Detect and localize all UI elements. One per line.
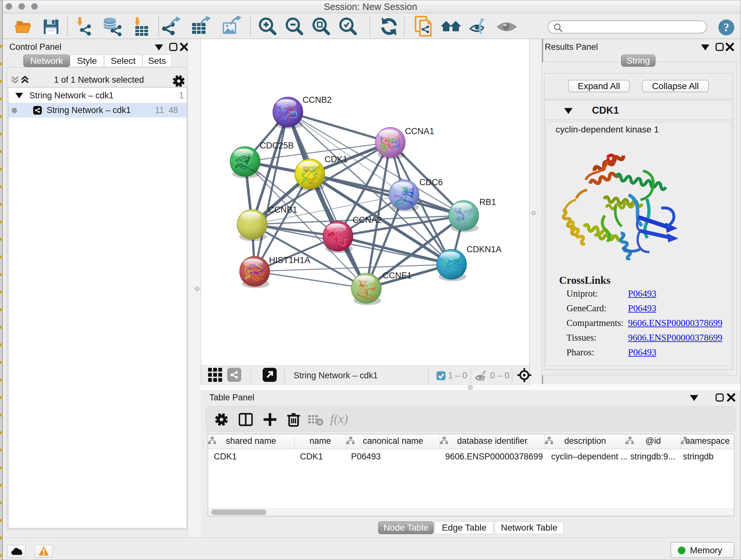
svg-text:CCNA2: CCNA2: [353, 215, 382, 225]
svg-text:HIST1H1A: HIST1H1A: [269, 255, 310, 265]
svg-text:CDC6: CDC6: [419, 178, 443, 187]
svg-text:CCNE1: CCNE1: [383, 271, 412, 280]
svg-text:CCNA1: CCNA1: [405, 126, 434, 136]
svg-text:CCNB2: CCNB2: [302, 95, 332, 105]
svg-text:CDC25B: CDC25B: [260, 141, 294, 150]
svg-text:CCNB1: CCNB1: [268, 205, 297, 214]
svg-text:CDKN1A: CDKN1A: [467, 245, 502, 254]
svg-text:CDK1: CDK1: [325, 154, 347, 164]
svg-text:?: ?: [724, 21, 729, 34]
svg-text:RB1: RB1: [479, 197, 496, 207]
